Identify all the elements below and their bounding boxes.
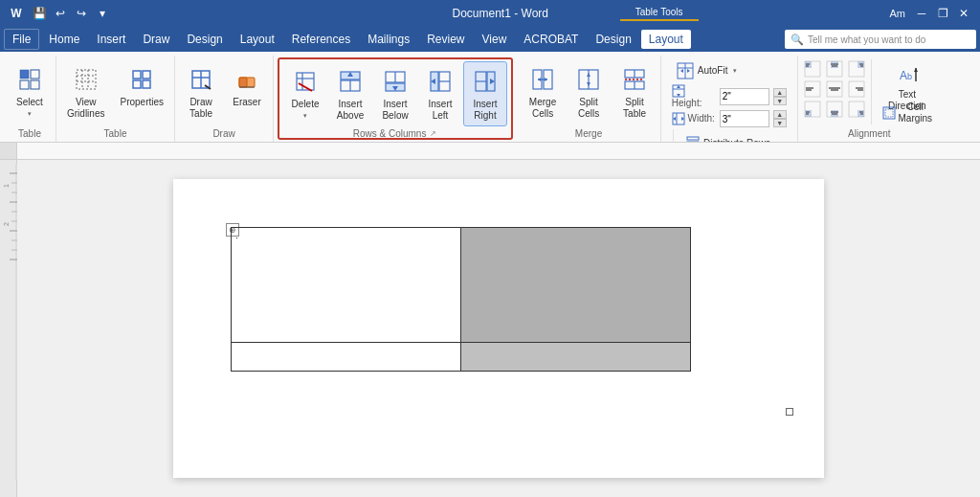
table-resize-handle[interactable] (786, 408, 793, 416)
customize-qat-button[interactable]: ▾ (94, 5, 111, 22)
align-middle-right-button[interactable] (846, 79, 867, 99)
table-cell-2-2[interactable] (461, 343, 691, 372)
svg-rect-10 (143, 71, 150, 79)
rows-columns-expand-button[interactable]: ↗ (428, 129, 437, 139)
table-cell-2-1[interactable] (232, 343, 461, 372)
svg-rect-4 (77, 70, 96, 89)
rows-columns-group-label-row: Rows & Columns ↗ (283, 126, 507, 143)
menu-review[interactable]: Review (419, 30, 472, 49)
menu-design[interactable]: Design (179, 30, 230, 49)
ribbon-group-rows-columns: Delete ▾ InsertAbove (278, 57, 513, 140)
restore-button[interactable]: ❐ (934, 5, 951, 22)
svg-marker-43 (538, 78, 541, 81)
align-top-center-button[interactable] (824, 59, 845, 79)
svg-marker-48 (587, 82, 590, 86)
merge-group-label: Merge (575, 126, 602, 141)
align-bottom-right-button[interactable] (846, 100, 867, 119)
height-increment-button[interactable]: ▲ (773, 88, 787, 97)
ribbon-group-alignment: A b TextDirection CellMargins (798, 56, 942, 142)
menu-home[interactable]: Home (41, 30, 87, 49)
width-increment-button[interactable]: ▲ (773, 110, 787, 119)
select-dropdown-arrow: ▾ (28, 110, 32, 118)
view-gridlines-button[interactable]: ViewGridlines (60, 59, 111, 124)
select-button[interactable]: Select ▾ (8, 59, 52, 124)
minimize-button[interactable]: ─ (913, 5, 930, 22)
svg-text:b: b (907, 72, 912, 81)
redo-qat-button[interactable]: ↪ (73, 5, 90, 22)
title-center: Table Tools Document1 - Word (111, 7, 890, 20)
table-row-2 (232, 343, 691, 372)
alignment-group-label: Alignment (848, 126, 890, 141)
align-top-left-button[interactable] (802, 59, 823, 79)
align-middle-left-button[interactable] (802, 79, 823, 99)
document-table: · (231, 227, 691, 372)
svg-text:1: 1 (3, 184, 10, 188)
split-cells-icon (573, 64, 604, 95)
cell-margins-button[interactable]: CellMargins (878, 102, 938, 124)
distribute-rows-button[interactable]: Distribute Rows (679, 133, 791, 143)
svg-rect-9 (133, 71, 141, 79)
rows-columns-content: Delete ▾ InsertAbove (283, 61, 507, 126)
align-middle-center-button[interactable] (824, 79, 845, 99)
align-top-right-button[interactable] (846, 59, 867, 79)
table-row: · (232, 228, 691, 343)
save-qat-button[interactable]: 💾 (31, 5, 48, 22)
insert-left-icon (425, 66, 456, 97)
menu-mailings[interactable]: Mailings (360, 30, 417, 49)
undo-qat-button[interactable]: ↩ (52, 5, 69, 22)
insert-right-icon (470, 66, 501, 97)
svg-marker-57 (680, 69, 683, 73)
table-cell-1-2[interactable] (461, 228, 691, 343)
insert-right-button[interactable]: InsertRight (463, 61, 507, 126)
menu-layout[interactable]: Layout (233, 30, 282, 49)
properties-button[interactable]: Properties (113, 59, 170, 124)
svg-rect-3 (31, 80, 39, 89)
ribbon-group-draw: DrawTable Eraser Draw (175, 56, 274, 142)
width-icon (672, 112, 685, 125)
svg-marker-58 (687, 69, 690, 73)
ribbon-group-table: ViewGridlines Properties Table (56, 56, 175, 142)
insert-left-label: InsertLeft (429, 99, 453, 122)
draw-table-button[interactable]: DrawTable (179, 59, 223, 124)
height-input[interactable] (720, 88, 769, 105)
width-decrement-button[interactable]: ▼ (773, 119, 787, 127)
merge-cells-button[interactable]: MergeCells (521, 59, 565, 124)
svg-rect-67 (687, 137, 699, 140)
split-cells-button[interactable]: SplitCells (567, 59, 611, 124)
menu-file[interactable]: File (4, 29, 39, 50)
table-cell-1-1[interactable]: · (232, 228, 461, 343)
menu-view[interactable]: View (475, 30, 515, 49)
menu-draw[interactable]: Draw (135, 30, 177, 49)
insert-above-button[interactable]: InsertAbove (328, 61, 372, 126)
insert-below-button[interactable]: InsertBelow (373, 61, 417, 126)
page-container[interactable]: ⊕ · (17, 160, 980, 497)
height-decrement-button[interactable]: ▼ (773, 97, 787, 105)
menu-table-design[interactable]: Design (588, 30, 638, 49)
menu-references[interactable]: References (284, 30, 358, 49)
delete-button[interactable]: Delete ▾ (283, 61, 327, 126)
menu-search-box[interactable]: 🔍 Tell me what you want to do (785, 30, 976, 49)
eraser-button[interactable]: Eraser (225, 59, 269, 124)
vertical-ruler: 1 2 (0, 160, 17, 497)
menu-acrobat[interactable]: ACROBAT (516, 30, 586, 49)
menu-insert[interactable]: Insert (89, 30, 133, 49)
user-name: Am (890, 8, 906, 19)
align-bottom-left-button[interactable] (802, 100, 823, 119)
menu-table-layout[interactable]: Layout (641, 30, 691, 49)
svg-rect-93 (849, 81, 864, 97)
cell-margins-label: CellMargins (899, 102, 933, 124)
close-button[interactable]: ✕ (955, 5, 972, 22)
align-bottom-center-button[interactable] (824, 100, 845, 119)
document-page: ⊕ · (173, 179, 824, 478)
autofit-icon (677, 62, 694, 79)
width-input[interactable] (720, 110, 769, 127)
insert-below-label: InsertBelow (382, 99, 408, 122)
table-select-content: Select ▾ (8, 57, 52, 126)
text-direction-button[interactable]: A b TextDirection (878, 59, 938, 100)
alignment-group-content: A b TextDirection CellMargins (802, 57, 938, 126)
autofit-button[interactable]: AutoFit ▾ (672, 59, 787, 82)
cell-size-group-content: AutoFit ▾ Height: ▲ ▼ (672, 57, 787, 129)
insert-left-button[interactable]: InsertLeft (418, 61, 462, 126)
svg-rect-0 (20, 70, 29, 79)
split-table-button[interactable]: SplitTable (612, 59, 657, 124)
